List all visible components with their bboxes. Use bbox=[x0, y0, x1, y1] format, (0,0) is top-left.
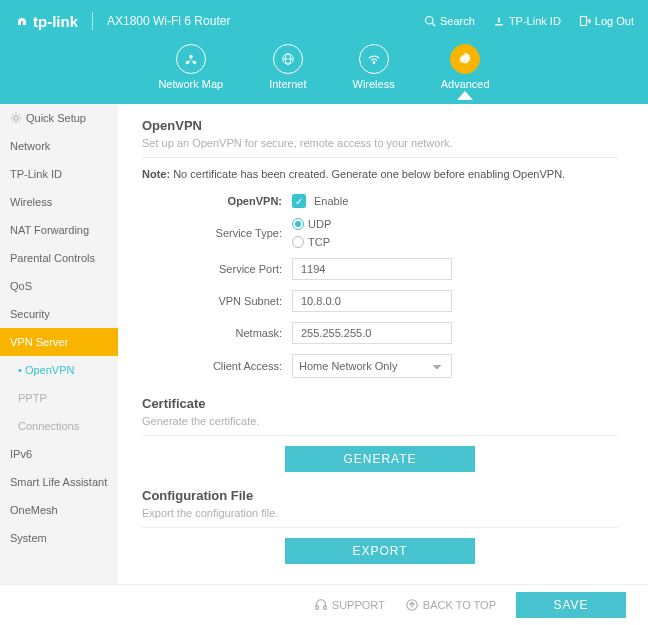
sidebar-item-nat[interactable]: NAT Forwarding bbox=[0, 216, 118, 244]
sidebar-sub-connections[interactable]: Connections bbox=[0, 412, 118, 440]
tab-internet[interactable]: Internet bbox=[269, 42, 306, 90]
logout-link[interactable]: Log Out bbox=[579, 15, 634, 27]
save-button[interactable]: SAVE bbox=[516, 592, 626, 618]
brand-divider bbox=[92, 12, 93, 30]
svg-point-3 bbox=[189, 55, 193, 59]
support-link[interactable]: SUPPORT bbox=[314, 598, 385, 612]
search-link[interactable]: Search bbox=[424, 15, 475, 27]
openvpn-note: Note: No certificate has been created. G… bbox=[142, 168, 618, 180]
brand-text: tp-link bbox=[33, 13, 78, 30]
logout-icon bbox=[579, 15, 591, 27]
sidebar-item-system[interactable]: System bbox=[0, 524, 118, 552]
service-type-radios: UDP TCP bbox=[292, 218, 331, 248]
svg-line-1 bbox=[432, 23, 435, 26]
sidebar-sub-pptp[interactable]: PPTP bbox=[0, 384, 118, 412]
brand-logo: tp-link bbox=[14, 13, 78, 30]
label-client-access: Client Access: bbox=[142, 360, 292, 372]
sidebar-quick-setup[interactable]: Quick Setup bbox=[0, 104, 118, 132]
globe-icon bbox=[273, 44, 303, 74]
radio-udp[interactable]: UDP bbox=[292, 218, 331, 230]
arrow-up-icon bbox=[405, 598, 419, 612]
openvpn-desc: Set up an OpenVPN for secure, remote acc… bbox=[142, 137, 618, 158]
sidebar-item-onemesh[interactable]: OneMesh bbox=[0, 496, 118, 524]
generate-button[interactable]: GENERATE bbox=[285, 446, 475, 472]
sidebar-item-tplink-id[interactable]: TP-Link ID bbox=[0, 160, 118, 188]
svg-rect-2 bbox=[580, 17, 586, 26]
sidebar-item-network[interactable]: Network bbox=[0, 132, 118, 160]
top-actions: Search TP-Link ID Log Out bbox=[424, 15, 634, 27]
radio-tcp[interactable]: TCP bbox=[292, 236, 331, 248]
label-vpn-subnet: VPN Subnet: bbox=[142, 295, 292, 307]
gear-icon bbox=[10, 112, 22, 124]
tab-network-map[interactable]: Network Map bbox=[158, 42, 223, 90]
cert-desc: Generate the certificate. bbox=[142, 415, 618, 436]
wifi-icon bbox=[359, 44, 389, 74]
back-to-top[interactable]: BACK TO TOP bbox=[405, 598, 496, 612]
cloud-icon bbox=[493, 15, 505, 27]
export-button[interactable]: EXPORT bbox=[285, 538, 475, 564]
sidebar: Quick Setup Network TP-Link ID Wireless … bbox=[0, 104, 118, 584]
footer-bar: SUPPORT BACK TO TOP SAVE bbox=[0, 584, 648, 624]
content-shell: Quick Setup Network TP-Link ID Wireless … bbox=[0, 104, 648, 584]
gear-icon bbox=[450, 44, 480, 74]
config-desc: Export the configuration file. bbox=[142, 507, 618, 528]
tab-advanced[interactable]: Advanced bbox=[441, 42, 490, 90]
enable-label: Enable bbox=[314, 195, 348, 207]
sidebar-item-qos[interactable]: QoS bbox=[0, 272, 118, 300]
main-content: OpenVPN Set up an OpenVPN for secure, re… bbox=[118, 104, 648, 584]
label-service-type: Service Type: bbox=[142, 227, 292, 239]
sidebar-item-wireless[interactable]: Wireless bbox=[0, 188, 118, 216]
sidebar-item-ipv6[interactable]: IPv6 bbox=[0, 440, 118, 468]
client-access-select[interactable]: Home Network Only bbox=[292, 354, 452, 378]
titlebar: tp-link AX1800 Wi-Fi 6 Router Search TP-… bbox=[0, 0, 648, 42]
svg-point-10 bbox=[14, 116, 19, 121]
network-map-icon bbox=[176, 44, 206, 74]
headset-icon bbox=[314, 598, 328, 612]
label-service-port: Service Port: bbox=[142, 263, 292, 275]
svg-point-9 bbox=[373, 62, 375, 64]
vpn-subnet-input[interactable] bbox=[292, 290, 452, 312]
tab-wireless[interactable]: Wireless bbox=[353, 42, 395, 90]
svg-rect-11 bbox=[316, 605, 319, 609]
service-port-input[interactable] bbox=[292, 258, 452, 280]
config-title: Configuration File bbox=[142, 488, 618, 503]
openvpn-title: OpenVPN bbox=[142, 118, 618, 133]
search-icon bbox=[424, 15, 436, 27]
enable-checkbox[interactable]: ✓ bbox=[292, 194, 306, 208]
cert-title: Certificate bbox=[142, 396, 618, 411]
sidebar-sub-openvpn[interactable]: • OpenVPN bbox=[0, 356, 118, 384]
label-netmask: Netmask: bbox=[142, 327, 292, 339]
tplink-id-link[interactable]: TP-Link ID bbox=[493, 15, 561, 27]
sidebar-item-smart-life[interactable]: Smart Life Assistant bbox=[0, 468, 118, 496]
brand-block: tp-link AX1800 Wi-Fi 6 Router bbox=[14, 12, 230, 30]
sidebar-item-vpn-server[interactable]: VPN Server bbox=[0, 328, 118, 356]
device-name: AX1800 Wi-Fi 6 Router bbox=[107, 14, 230, 28]
sidebar-item-parental[interactable]: Parental Controls bbox=[0, 244, 118, 272]
netmask-input[interactable] bbox=[292, 322, 452, 344]
svg-rect-12 bbox=[323, 605, 326, 609]
svg-point-0 bbox=[426, 17, 434, 25]
label-openvpn: OpenVPN: bbox=[142, 195, 292, 207]
sidebar-item-security[interactable]: Security bbox=[0, 300, 118, 328]
main-nav: Network Map Internet Wireless Advanced bbox=[0, 42, 648, 104]
